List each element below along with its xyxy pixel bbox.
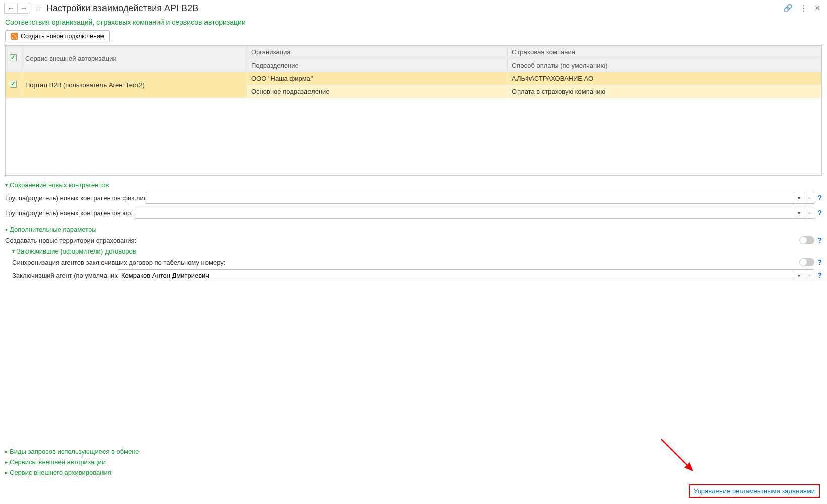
more-menu-icon[interactable]: ⋮ <box>800 4 807 13</box>
back-button[interactable]: ← <box>4 3 17 14</box>
help-icon[interactable]: ? <box>817 209 822 217</box>
connections-table-wrap: Сервис внешней авторизации Организация С… <box>5 45 822 176</box>
dropdown-button[interactable]: ▾ <box>794 192 804 204</box>
rss-icon <box>11 33 18 40</box>
label-create-territories: Создавать новые территории страхования: <box>5 237 799 244</box>
close-icon[interactable]: ✕ <box>814 4 821 13</box>
reglament-tasks-link[interactable]: Управление регламентными заданиями <box>694 487 815 495</box>
chevron-right-icon: ▸ <box>5 470 8 475</box>
dropdown-button[interactable]: ▾ <box>794 207 804 219</box>
group-header-auth-services[interactable]: ▸ Сервисы внешней авторизации <box>5 457 822 467</box>
group-title-archive-service: Сервис внешнего архивирования <box>10 469 111 476</box>
check-icon[interactable] <box>10 81 17 88</box>
open-button[interactable]: ▫ <box>804 269 814 281</box>
chevron-down-icon: ▾ <box>5 227 8 232</box>
cell-payment: Оплата в страховую компанию <box>507 85 821 98</box>
group-header-request-types[interactable]: ▸ Виды запросов использующиеся в обмене <box>5 446 822 457</box>
chevron-right-icon: ▸ <box>5 459 8 465</box>
title-bar: ← → ☆ Настройки взаимодействия API B2B 🔗… <box>0 0 827 16</box>
group-title-extra-params: Дополнительные параметры <box>10 226 97 233</box>
input-group-phys[interactable] <box>146 192 794 204</box>
bottom-groups: ▸ Виды запросов использующиеся в обмене … <box>0 446 827 478</box>
group-save-contragents: ▾ Сохранение новых контрагентов Группа(р… <box>0 180 827 220</box>
help-icon[interactable]: ? <box>817 271 822 279</box>
label-default-agent: Заключивший агент (по умолчанию): <box>12 272 118 279</box>
toolbar: Создать новое подключение <box>0 28 827 44</box>
group-title-request-types: Виды запросов использующиеся в обмене <box>10 448 139 455</box>
col-check[interactable] <box>6 46 21 72</box>
input-group-jur[interactable] <box>135 207 794 219</box>
toggle-create-territories[interactable] <box>799 236 814 244</box>
group-title-auth-services: Сервисы внешней авторизации <box>10 458 106 466</box>
create-connection-label: Создать новое подключение <box>21 33 104 40</box>
check-all-icon[interactable] <box>10 54 17 61</box>
input-default-agent[interactable] <box>118 269 794 281</box>
label-sync-agents: Синхронизация агентов заключивших догово… <box>12 259 799 266</box>
section-subtitle: Соответствия организаций, страховых комп… <box>0 16 827 28</box>
cell-company: АЛЬФАСТРАХОВАНИЕ АО <box>507 72 821 85</box>
col-org[interactable]: Организация <box>247 46 508 59</box>
group-title-contractors: Заключившие (оформители) договоров <box>17 247 136 255</box>
dropdown-button[interactable]: ▾ <box>794 269 804 281</box>
chevron-down-icon: ▾ <box>12 248 15 254</box>
group-extra-params: ▾ Дополнительные параметры Создавать нов… <box>0 224 827 283</box>
forward-button[interactable]: → <box>17 3 30 14</box>
open-button[interactable]: ▫ <box>804 207 814 219</box>
group-header-save-contragents[interactable]: ▾ Сохранение новых контрагентов <box>5 180 822 190</box>
col-subdivision[interactable]: Подразделение <box>247 59 508 72</box>
col-company[interactable]: Страховая компания <box>507 46 821 59</box>
help-icon[interactable]: ? <box>817 258 822 266</box>
toggle-sync-agents[interactable] <box>799 258 814 266</box>
help-icon[interactable]: ? <box>817 236 822 244</box>
chevron-right-icon: ▸ <box>5 449 8 454</box>
cell-service: Портал B2B (пользователь АгентТест2) <box>21 72 247 98</box>
col-service[interactable]: Сервис внешней авторизации <box>21 46 247 72</box>
label-group-phys: Группа(родитель) новых контрагентов физ.… <box>5 194 146 202</box>
label-group-jur: Группа(родитель) новых контрагентов юр. … <box>5 209 135 217</box>
chevron-down-icon: ▾ <box>5 182 8 188</box>
cell-org: ООО "Наша фирма" <box>247 72 508 85</box>
help-icon[interactable]: ? <box>817 194 822 202</box>
connections-table: Сервис внешней авторизации Организация С… <box>6 46 821 98</box>
col-payment[interactable]: Способ оплаты (по умолчанию) <box>507 59 821 72</box>
row-check-cell[interactable] <box>6 72 21 98</box>
create-connection-button[interactable]: Создать новое подключение <box>5 30 110 42</box>
table-row[interactable]: Портал B2B (пользователь АгентТест2) ООО… <box>6 72 821 85</box>
group-header-contractors[interactable]: ▾ Заключившие (оформители) договоров <box>12 246 822 257</box>
cell-subdivision: Основное подразделение <box>247 85 508 98</box>
group-header-archive-service[interactable]: ▸ Сервис внешнего архивирования <box>5 467 822 478</box>
page-title: Настройки взаимодействия API B2B <box>46 3 783 14</box>
open-button[interactable]: ▫ <box>804 192 814 204</box>
group-title-save-contragents: Сохранение новых контрагентов <box>10 181 109 189</box>
link-icon[interactable]: 🔗 <box>783 4 793 13</box>
favorite-star-icon[interactable]: ☆ <box>34 3 42 14</box>
titlebar-actions: 🔗 ⋮ ✕ <box>783 4 823 13</box>
group-header-extra-params[interactable]: ▾ Дополнительные параметры <box>5 224 822 235</box>
reglament-link-wrap: Управление регламентными заданиями <box>689 484 820 498</box>
